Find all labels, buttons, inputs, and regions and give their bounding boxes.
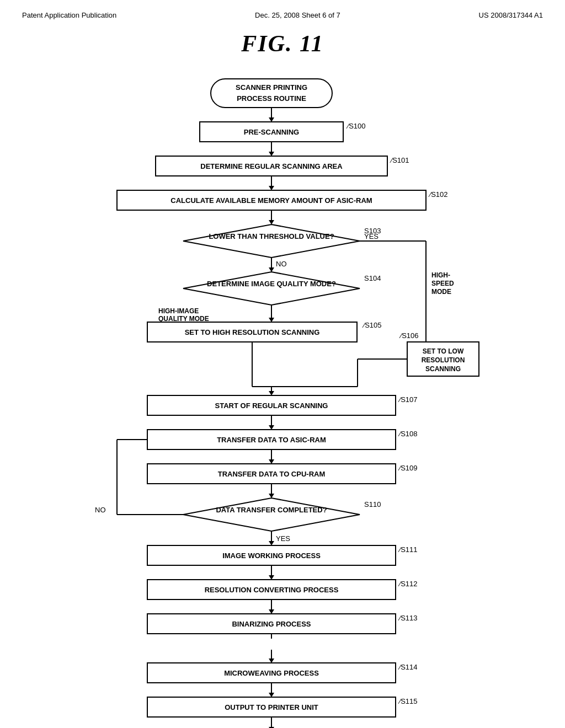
svg-marker-84 — [269, 575, 274, 580]
svg-marker-9 — [269, 152, 274, 156]
svg-text:HIGH-IMAGE: HIGH-IMAGE — [158, 307, 199, 315]
svg-text:∕S107: ∕S107 — [398, 395, 418, 404]
svg-marker-4 — [269, 117, 274, 122]
header-right: US 2008/317344 A1 — [479, 11, 543, 19]
svg-text:RESOLUTION CONVERTING PROCESS: RESOLUTION CONVERTING PROCESS — [205, 586, 339, 594]
svg-text:LOWER THAN THRESHOLD VALUE?: LOWER THAN THRESHOLD VALUE? — [209, 232, 334, 240]
svg-text:∕S111: ∕S111 — [398, 545, 418, 554]
svg-text:MODE: MODE — [431, 288, 451, 296]
svg-marker-100 — [269, 693, 274, 697]
svg-text:IMAGE WORKING PROCESS: IMAGE WORKING PROCESS — [222, 552, 321, 560]
svg-text:SCANNING: SCANNING — [425, 365, 461, 373]
page-header: Patent Application Publication Dec. 25, … — [22, 11, 543, 19]
svg-text:HIGH-: HIGH- — [431, 271, 450, 279]
svg-text:START OF REGULAR SCANNING: START OF REGULAR SCANNING — [215, 402, 328, 410]
svg-text:CALCULATE AVAILABLE MEMORY AMO: CALCULATE AVAILABLE MEMORY AMOUNT OF ASI… — [170, 196, 372, 205]
svg-text:YES: YES — [364, 232, 379, 240]
page: Patent Application Publication Dec. 25, … — [0, 0, 565, 728]
header-center: Dec. 25, 2008 Sheet 6 of 7 — [255, 11, 340, 19]
svg-marker-59 — [269, 425, 274, 430]
svg-text:NO: NO — [95, 506, 106, 514]
svg-marker-54 — [269, 391, 274, 395]
svg-text:TRANSFER DATA TO CPU-RAM: TRANSFER DATA TO CPU-RAM — [218, 470, 326, 478]
svg-text:∕S106: ∕S106 — [399, 331, 419, 340]
svg-text:NO: NO — [276, 260, 287, 268]
svg-marker-19 — [269, 220, 274, 224]
svg-text:∕S109: ∕S109 — [398, 464, 418, 472]
svg-text:∕S112: ∕S112 — [398, 580, 418, 588]
svg-marker-33 — [183, 272, 360, 305]
header-left: Patent Application Publication — [22, 11, 116, 19]
svg-text:DETERMINE IMAGE QUALITY MODE?: DETERMINE IMAGE QUALITY MODE? — [207, 280, 336, 288]
svg-marker-14 — [269, 186, 274, 190]
svg-text:PROCESS ROUTINE: PROCESS ROUTINE — [237, 94, 306, 103]
svg-text:BINARIZING PROCESS: BINARIZING PROCESS — [232, 620, 311, 628]
svg-text:TRANSFER DATA TO ASIC-RAM: TRANSFER DATA TO ASIC-RAM — [217, 436, 326, 444]
svg-text:DETERMINE REGULAR SCANNING ARE: DETERMINE REGULAR SCANNING AREA — [200, 162, 343, 170]
svg-text:∕S102: ∕S102 — [428, 190, 448, 199]
svg-marker-70 — [183, 498, 360, 531]
svg-marker-31 — [269, 267, 274, 272]
svg-text:S104: S104 — [364, 274, 381, 282]
svg-text:MICROWEAVING PROCESS: MICROWEAVING PROCESS — [224, 669, 319, 677]
svg-text:RESOLUTION: RESOLUTION — [422, 356, 465, 364]
svg-text:SET TO HIGH RESOLUTION SCANNIN: SET TO HIGH RESOLUTION SCANNING — [185, 328, 320, 336]
svg-text:∕S100: ∕S100 — [346, 122, 366, 130]
svg-marker-89 — [269, 609, 274, 614]
flowchart-diagram: SCANNER PRINTING PROCESS ROUTINE PRE-SCA… — [62, 73, 503, 652]
svg-text:S110: S110 — [364, 500, 381, 508]
svg-text:SET TO LOW: SET TO LOW — [423, 347, 464, 355]
svg-marker-64 — [269, 459, 274, 464]
svg-text:∕S101: ∕S101 — [390, 156, 409, 164]
svg-marker-20 — [183, 224, 360, 258]
svg-marker-95 — [269, 659, 274, 663]
svg-text:PRE-SCANNING: PRE-SCANNING — [244, 128, 299, 136]
svg-text:DATA TRANSFER COMPLETED?: DATA TRANSFER COMPLETED? — [216, 506, 327, 514]
svg-text:SCANNER PRINTING: SCANNER PRINTING — [236, 83, 307, 92]
svg-marker-37 — [269, 318, 274, 322]
svg-text:∕S105: ∕S105 — [362, 321, 382, 329]
svg-text:SPEED: SPEED — [431, 280, 454, 287]
figure-title: FIG. 11 — [22, 30, 543, 57]
svg-marker-69 — [269, 494, 274, 498]
svg-text:QUALITY MODE: QUALITY MODE — [158, 315, 209, 323]
svg-text:∕S113: ∕S113 — [398, 614, 418, 622]
svg-marker-78 — [269, 541, 274, 545]
svg-text:∕S114: ∕S114 — [398, 663, 418, 671]
svg-text:OUTPUT TO PRINTER UNIT: OUTPUT TO PRINTER UNIT — [225, 703, 318, 711]
svg-text:YES: YES — [276, 534, 290, 543]
flowchart-diagram-bottom: MICROWEAVING PROCESS ∕S114 OUTPUT TO PRI… — [62, 650, 503, 728]
svg-text:∕S115: ∕S115 — [398, 697, 418, 705]
svg-text:∕S108: ∕S108 — [398, 430, 418, 438]
